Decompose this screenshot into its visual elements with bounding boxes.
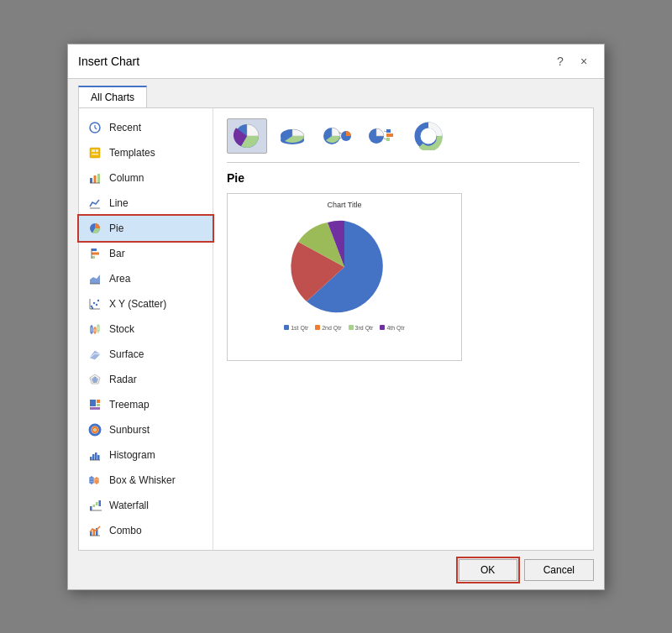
legend-item-1st: 1st Qtr	[284, 325, 308, 331]
sidebar-item-histogram-label: Histogram	[109, 449, 155, 461]
sidebar-item-box-whisker-label: Box & Whisker	[109, 474, 176, 486]
sidebar-item-area[interactable]: Area	[79, 266, 213, 291]
svg-point-17	[93, 301, 95, 303]
pie-preview: Chart Title	[228, 194, 461, 360]
sidebar-item-surface[interactable]: Surface	[79, 342, 213, 367]
sidebar-item-recent-label: Recent	[109, 122, 141, 133]
sidebar-item-stock-label: Stock	[109, 323, 134, 335]
tab-all-charts[interactable]: All Charts	[78, 86, 147, 107]
sidebar-item-radar-label: Radar	[109, 374, 137, 385]
pie-legend: 1st Qtr 2nd Qtr 3rd Qtr 4th Qtr	[284, 325, 405, 331]
svg-rect-5	[94, 175, 97, 183]
svg-rect-70	[386, 129, 391, 133]
help-button[interactable]: ?	[550, 51, 570, 71]
sidebar-item-bar[interactable]: Bar	[79, 241, 213, 266]
sidebar-item-column-label: Column	[109, 172, 144, 184]
chart-preview: Chart Title	[227, 193, 462, 361]
svg-rect-29	[97, 326, 99, 331]
subtype-pie-button[interactable]	[227, 118, 267, 154]
sidebar-item-templates-label: Templates	[109, 147, 155, 159]
subtype-doughnut-button[interactable]	[408, 118, 449, 154]
ok-button[interactable]: OK	[459, 559, 517, 581]
sidebar-item-box-whisker[interactable]: Box & Whisker	[79, 468, 213, 493]
sidebar-item-area-label: Area	[109, 273, 130, 285]
svg-rect-11	[92, 252, 99, 254]
sidebar-item-combo-label: Combo	[109, 525, 142, 536]
svg-rect-37	[97, 404, 100, 406]
svg-rect-6	[97, 174, 100, 183]
sidebar-item-pie-label: Pie	[109, 222, 123, 234]
legend-dot-3rd	[349, 325, 354, 330]
svg-rect-35	[90, 400, 96, 406]
subtype-pie3d-button[interactable]	[272, 118, 312, 154]
sidebar-item-surface-label: Surface	[109, 348, 144, 360]
sidebar-item-treemap[interactable]: Treemap	[79, 392, 213, 417]
close-button[interactable]: ×	[574, 51, 594, 71]
svg-rect-26	[94, 328, 96, 332]
box-whisker-icon	[87, 473, 102, 488]
sidebar-item-xy-scatter[interactable]: X Y (Scatter)	[79, 291, 213, 316]
cancel-button[interactable]: Cancel	[524, 559, 594, 581]
svg-point-19	[97, 299, 99, 301]
combo-icon	[87, 523, 102, 538]
svg-point-76	[423, 131, 433, 141]
legend-label-2nd: 2nd Qtr	[322, 325, 341, 331]
svg-rect-43	[92, 454, 95, 460]
line-icon	[87, 196, 102, 211]
sidebar-item-waterfall-label: Waterfall	[109, 500, 149, 511]
svg-rect-3	[92, 154, 98, 155]
sidebar-item-waterfall[interactable]: Waterfall	[79, 493, 213, 518]
svg-rect-53	[90, 506, 92, 510]
sidebar-item-templates[interactable]: Templates	[79, 140, 213, 165]
legend-item-2nd: 2nd Qtr	[315, 325, 341, 331]
svg-rect-4	[90, 178, 92, 183]
svg-rect-56	[99, 500, 102, 506]
sidebar-item-line-label: Line	[109, 197, 129, 209]
surface-icon	[87, 347, 102, 362]
insert-chart-dialog: Insert Chart ? × All Charts Recent	[67, 44, 605, 590]
svg-rect-42	[90, 457, 92, 460]
content-area: Recent Templates Column Li	[78, 107, 594, 551]
dialog-title: Insert Chart	[78, 55, 139, 68]
sidebar-item-pie[interactable]: Pie	[79, 216, 213, 241]
sidebar-item-histogram[interactable]: Histogram	[79, 442, 213, 468]
stock-icon	[87, 322, 102, 337]
chart-preview-title: Chart Title	[327, 201, 361, 209]
tabs-row: All Charts	[68, 79, 604, 107]
sidebar-item-line[interactable]: Line	[79, 191, 213, 216]
histogram-icon	[87, 447, 102, 463]
sidebar-item-bar-label: Bar	[109, 248, 125, 259]
sidebar-item-sunburst[interactable]: Sunburst	[79, 417, 213, 442]
sidebar-item-stock[interactable]: Stock	[79, 316, 213, 342]
sidebar-item-recent[interactable]: Recent	[79, 115, 213, 140]
legend-item-4th: 4th Qtr	[380, 325, 404, 331]
sidebar-item-column[interactable]: Column	[79, 165, 213, 191]
svg-rect-72	[386, 138, 390, 141]
dialog-footer: OK Cancel	[68, 551, 604, 589]
pie-icon	[87, 221, 102, 236]
svg-line-73	[384, 131, 386, 132]
svg-line-74	[384, 139, 386, 139]
pie-svg	[269, 212, 420, 322]
bar-icon	[87, 246, 102, 261]
sidebar-item-combo[interactable]: Combo	[79, 518, 213, 543]
subtype-pie-of-pie-button[interactable]	[318, 118, 358, 154]
svg-rect-55	[96, 502, 98, 505]
radar-icon	[87, 372, 102, 387]
svg-rect-12	[92, 256, 95, 259]
svg-marker-14	[90, 275, 100, 284]
subtype-bar-of-pie-button[interactable]	[363, 118, 403, 154]
legend-dot-2nd	[315, 325, 320, 330]
svg-rect-2	[96, 149, 98, 152]
legend-dot-1st	[284, 325, 289, 330]
svg-rect-38	[90, 407, 100, 410]
svg-rect-71	[386, 133, 393, 137]
treemap-icon	[87, 397, 102, 412]
recent-icon	[87, 120, 102, 135]
column-icon	[87, 170, 102, 186]
legend-item-3rd: 3rd Qtr	[349, 325, 374, 331]
sidebar-item-xy-scatter-label: X Y (Scatter)	[109, 298, 166, 310]
sidebar: Recent Templates Column Li	[79, 108, 213, 550]
svg-rect-0	[90, 148, 100, 158]
sidebar-item-radar[interactable]: Radar	[79, 367, 213, 392]
